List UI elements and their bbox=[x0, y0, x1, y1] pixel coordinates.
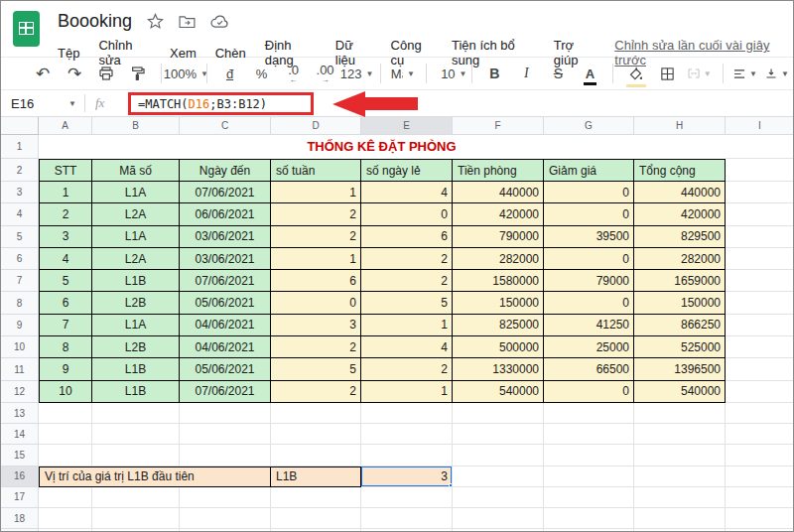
sheet-title-cell[interactable]: THỐNG KÊ ĐẶT PHÒNG bbox=[39, 135, 726, 159]
zoom-select[interactable]: 100%▼ bbox=[174, 62, 198, 85]
column-header-F[interactable]: F bbox=[453, 117, 544, 135]
cell-A12[interactable]: 10 bbox=[39, 381, 92, 403]
italic-button[interactable]: I bbox=[514, 62, 538, 85]
cell-A17[interactable] bbox=[39, 487, 92, 508]
cell-I1[interactable] bbox=[726, 135, 793, 159]
cell-D12[interactable]: 2 bbox=[271, 381, 361, 403]
cell-F2[interactable]: Tiền phòng bbox=[453, 159, 544, 182]
cell-H12[interactable]: 540000 bbox=[634, 381, 726, 403]
cell-C19[interactable] bbox=[180, 529, 271, 531]
cell-H15[interactable] bbox=[634, 445, 726, 466]
cell-D18[interactable] bbox=[271, 508, 361, 529]
cell-H18[interactable] bbox=[634, 508, 726, 529]
cell-A19[interactable] bbox=[39, 529, 92, 531]
cell-G8[interactable]: 0 bbox=[544, 292, 634, 314]
cell-I2[interactable] bbox=[726, 159, 793, 182]
row-header-5[interactable]: 5 bbox=[1, 226, 39, 248]
merge-cells-button[interactable]: ▼ bbox=[688, 62, 712, 85]
cell-H6[interactable]: 282000 bbox=[634, 248, 726, 270]
redo-button[interactable]: ↷ bbox=[63, 62, 86, 85]
cell-C2[interactable]: Ngày đến bbox=[180, 159, 271, 182]
cell-C18[interactable] bbox=[180, 508, 271, 529]
cell-D5[interactable]: 2 bbox=[271, 226, 361, 248]
cell-A3[interactable]: 1 bbox=[39, 182, 92, 203]
cell-E14[interactable] bbox=[361, 424, 453, 445]
cell-G15[interactable] bbox=[544, 445, 634, 466]
cell-F14[interactable] bbox=[453, 424, 544, 445]
cell-B13[interactable] bbox=[92, 403, 180, 424]
cell-B6[interactable]: L2A bbox=[92, 248, 180, 270]
cell-D9[interactable]: 3 bbox=[271, 315, 361, 336]
cell-F19[interactable] bbox=[453, 529, 544, 531]
cell-C15[interactable] bbox=[180, 445, 271, 466]
cell-G4[interactable]: 0 bbox=[544, 203, 634, 225]
cell-B19[interactable] bbox=[92, 529, 180, 531]
column-header-G[interactable]: G bbox=[544, 117, 634, 135]
cell-C10[interactable]: 04/06/2021 bbox=[180, 336, 271, 358]
cell-C6[interactable]: 03/06/2021 bbox=[180, 248, 271, 270]
cell-H5[interactable]: 829500 bbox=[634, 226, 726, 248]
row-header-7[interactable]: 7 bbox=[1, 270, 39, 292]
cell-H11[interactable]: 1396500 bbox=[634, 358, 726, 380]
cell-B5[interactable]: L1A bbox=[92, 226, 180, 248]
cell-H14[interactable] bbox=[634, 424, 726, 445]
cell-G9[interactable]: 41250 bbox=[544, 315, 634, 336]
cell-H3[interactable]: 440000 bbox=[634, 182, 726, 203]
font-size-select[interactable]: 10▼ bbox=[437, 62, 461, 85]
borders-button[interactable] bbox=[656, 62, 680, 85]
name-box[interactable]: E16▼ bbox=[1, 90, 84, 116]
cell-H13[interactable] bbox=[634, 403, 726, 424]
cell-I3[interactable] bbox=[726, 182, 793, 203]
cell-E2[interactable]: số ngày lẻ bbox=[361, 159, 453, 182]
row-header-11[interactable]: 11 bbox=[1, 358, 39, 380]
cell-I5[interactable] bbox=[726, 226, 793, 248]
cell-D13[interactable] bbox=[271, 403, 361, 424]
cell-A7[interactable]: 5 bbox=[39, 270, 92, 292]
cell-A15[interactable] bbox=[39, 445, 92, 466]
cell-D6[interactable]: 1 bbox=[271, 248, 361, 270]
column-header-I[interactable]: I bbox=[726, 117, 793, 135]
cell-H7[interactable]: 1659000 bbox=[634, 270, 726, 292]
cell-H4[interactable]: 420000 bbox=[634, 203, 726, 225]
cell-I19[interactable] bbox=[726, 529, 793, 531]
cell-I11[interactable] bbox=[726, 358, 793, 380]
cell-A4[interactable]: 2 bbox=[39, 203, 92, 225]
fill-handle[interactable] bbox=[449, 483, 453, 487]
sheets-logo-icon[interactable] bbox=[13, 11, 40, 47]
cell-E18[interactable] bbox=[361, 508, 453, 529]
cell-D11[interactable]: 5 bbox=[271, 358, 361, 380]
cell-B4[interactable]: L2A bbox=[92, 203, 180, 225]
cell-A5[interactable]: 3 bbox=[39, 226, 92, 248]
cell-G10[interactable]: 25000 bbox=[544, 336, 634, 358]
cell-E16-active-result[interactable]: 3 bbox=[361, 466, 453, 487]
cell-E10[interactable]: 4 bbox=[361, 336, 453, 358]
cell-B2[interactable]: Mã số bbox=[92, 159, 180, 182]
row-header-17[interactable]: 17 bbox=[1, 487, 39, 508]
cell-H17[interactable] bbox=[634, 487, 726, 508]
cell-I10[interactable] bbox=[726, 336, 793, 358]
cell-D10[interactable]: 2 bbox=[271, 336, 361, 358]
row-header-1[interactable]: 1 bbox=[1, 135, 39, 159]
cell-F4[interactable]: 420000 bbox=[453, 203, 544, 225]
cell-I17[interactable] bbox=[726, 487, 793, 508]
more-formats-button[interactable]: 123▼ bbox=[345, 62, 369, 85]
row-header-10[interactable]: 10 bbox=[1, 336, 39, 358]
cell-E17[interactable] bbox=[361, 487, 453, 508]
row-header-16[interactable]: 16 bbox=[1, 466, 39, 487]
select-all-corner[interactable] bbox=[1, 117, 39, 135]
row-header-6[interactable]: 6 bbox=[1, 248, 39, 270]
cell-C3[interactable]: 07/06/2021 bbox=[180, 182, 271, 203]
cell-E15[interactable] bbox=[361, 445, 453, 466]
cell-D16-lookup-key[interactable]: L1B bbox=[271, 466, 361, 487]
row-header-2[interactable]: 2 bbox=[1, 159, 39, 182]
cell-G6[interactable]: 0 bbox=[544, 248, 634, 270]
cell-F13[interactable] bbox=[453, 403, 544, 424]
cell-B8[interactable]: L2B bbox=[92, 292, 180, 314]
cell-C8[interactable]: 05/06/2021 bbox=[180, 292, 271, 314]
cell-C14[interactable] bbox=[180, 424, 271, 445]
cell-A8[interactable]: 6 bbox=[39, 292, 92, 314]
star-icon[interactable] bbox=[147, 13, 164, 30]
cell-B14[interactable] bbox=[92, 424, 180, 445]
horizontal-align-button[interactable]: ▼ bbox=[733, 62, 757, 85]
cell-F17[interactable] bbox=[453, 487, 544, 508]
